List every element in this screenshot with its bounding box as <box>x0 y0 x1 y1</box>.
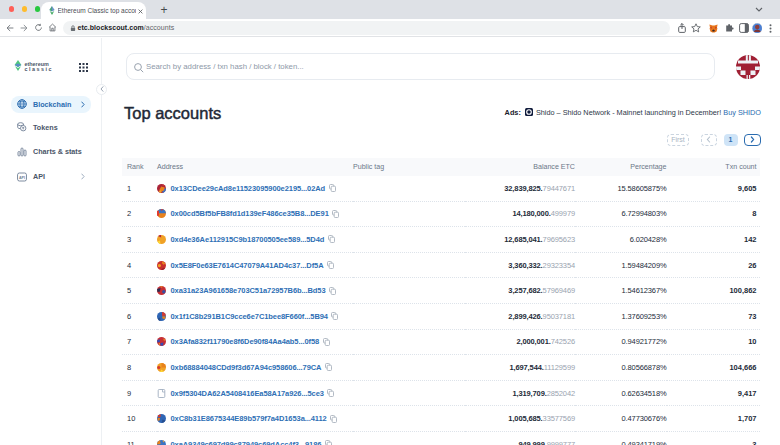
svg-text:API: API <box>19 175 25 179</box>
